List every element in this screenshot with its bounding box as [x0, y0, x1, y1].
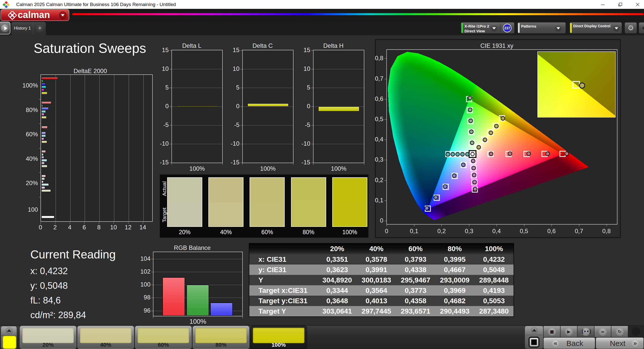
patterns-dropdown-icon: [555, 25, 562, 31]
back-label: Back: [566, 339, 583, 348]
deltaL-y-tick-label: -10: [152, 140, 169, 147]
table-value-cell: 0,3564: [357, 287, 396, 295]
deltae-gridline: [143, 75, 144, 221]
display-control-button[interactable]: Direct Display Control: [569, 22, 622, 34]
cie-x-tick: [469, 225, 469, 226]
pattern-button-20%[interactable]: 20%: [20, 326, 76, 349]
back-button[interactable]: « Back: [543, 337, 595, 349]
table-value-cell: 0,3578: [357, 255, 396, 264]
deltaL-plot-area: [171, 50, 223, 163]
deltaC-y-tick-label: 5: [223, 84, 239, 91]
swatch-60%: [250, 177, 285, 227]
swatch-80%-target: [292, 202, 326, 226]
deltaC-y-tick: [240, 144, 242, 144]
cie-y-tick-label: 0,5: [363, 116, 383, 123]
pattern-scroll-control[interactable]: [1, 326, 17, 349]
rgb-y-tick: [151, 298, 153, 298]
table-value-cell: 0,3773: [396, 287, 435, 295]
pattern-button-80%[interactable]: 80%: [193, 326, 249, 349]
cie-measured-blue-60: [443, 185, 447, 188]
transport-stack-control[interactable]: [525, 326, 543, 349]
deltaH-y-tick: [311, 163, 313, 163]
cie-measured-yellow-80: [495, 124, 498, 128]
header-band: calman: [0, 9, 644, 22]
cie-measured-green-60: [469, 119, 473, 123]
calman-menu-button[interactable]: calman: [1, 9, 69, 21]
table-value-cell: 0,4013: [357, 297, 396, 305]
add-tab-button[interactable]: +: [36, 24, 44, 33]
deltaL-y-tick: [170, 88, 171, 88]
calman-dropdown-icon: [59, 11, 67, 19]
table-value-cell: 293,6571: [396, 307, 435, 315]
pattern-button-40%[interactable]: 40%: [77, 326, 134, 349]
table-value-cell: 0,3344: [318, 287, 357, 295]
deltaL-y-tick: [170, 50, 171, 51]
deltae-bar-60%-0: [41, 126, 48, 128]
cie-measured-green-40: [470, 130, 473, 134]
deltaC-y-tick: [240, 163, 242, 163]
cie-x-tick: [497, 225, 497, 226]
calman-logo-icon: [8, 11, 17, 20]
table-row-label: y: CIE31: [258, 266, 327, 274]
tab-history-1[interactable]: History 1: [14, 22, 31, 35]
rgb-y-tick-label: 100: [135, 281, 150, 288]
transport-loop-button[interactable]: ↻: [611, 326, 628, 337]
maximize-button[interactable]: [614, 0, 626, 9]
swatch-40%-actual: [209, 178, 243, 202]
cie-x-tick-label: 0,3: [459, 228, 479, 235]
cie-x-tick: [579, 225, 579, 226]
deltaL-y-tick-label: -15: [152, 159, 169, 166]
collapse-toolbar-button[interactable]: [639, 22, 644, 34]
table-value-cell: 293,0009: [435, 276, 474, 284]
rgb-y-tick: [151, 272, 153, 272]
table-row-label: Target x:CIE31: [258, 287, 327, 295]
deltae-bar-20%-4: [41, 186, 45, 189]
table-value-cell: 0,3648: [318, 297, 357, 305]
pattern-button-60%[interactable]: 60%: [135, 326, 192, 349]
deltae-y-tick-label: 60%: [13, 131, 38, 138]
cie-y-tick: [385, 180, 386, 181]
swatch-100%: [332, 177, 367, 227]
table-value-cell: 0,4358: [396, 297, 435, 305]
deltae-bar-100%-5: [41, 92, 47, 94]
pattern-button-100%[interactable]: 100%: [250, 326, 307, 349]
cie-measured-yellow-20: [477, 145, 481, 149]
session-play-button[interactable]: [0, 22, 10, 34]
swatch-40%: [208, 177, 243, 227]
deltaL-y-tick-label: 0: [152, 103, 169, 110]
cie-y-tick-label: 0: [363, 217, 383, 224]
table-value-cell: 0,3793: [396, 255, 435, 264]
minimize-button[interactable]: [597, 0, 609, 9]
deltae-bar-20%-0: [41, 175, 46, 177]
cie-x-tick-label: 0,2: [431, 228, 452, 235]
settings-button[interactable]: ⚙: [625, 22, 637, 34]
cie-measured-yellow-100: [501, 117, 505, 120]
transport-infinity-button[interactable]: ∞: [594, 326, 611, 337]
transport-stop-button[interactable]: ■: [543, 326, 560, 337]
current-pattern-color[interactable]: [3, 336, 16, 349]
deltae-y-tick-label: 100%: [13, 82, 38, 89]
meter-selector-button[interactable]: X-Rite i1Pro 2 Direct View 237: [461, 22, 515, 34]
stop-pattern-button[interactable]: [528, 337, 540, 348]
swatch-60%-actual: [250, 178, 284, 202]
swatch-100%-actual: [333, 178, 367, 202]
deltaC-x-tick: [242, 163, 242, 165]
cie-inset-zoom: [537, 51, 616, 118]
transport-play-button[interactable]: ▶: [560, 326, 577, 337]
close-button[interactable]: [632, 0, 643, 9]
swatch-column-label: 60%: [250, 229, 285, 236]
cie-measured-red-100: [565, 152, 569, 156]
deltaC-y-tick-label: 10: [223, 65, 239, 72]
cie-measured-green-100: [468, 96, 472, 100]
cie-x-tick-label: 0,7: [569, 228, 589, 235]
transport-frame-button[interactable]: [••]: [577, 326, 594, 337]
table-value-cell: 300,0183: [357, 276, 396, 284]
meter-count-badge[interactable]: 237: [503, 24, 512, 32]
rgb-balance-plot-area: [153, 252, 243, 316]
next-button[interactable]: Next »: [596, 337, 644, 349]
swatch-80%-actual: [292, 178, 326, 202]
disabled-button-icon: [632, 327, 640, 336]
patterns-button[interactable]: Patterns: [517, 22, 566, 34]
swatch-column-label: 100%: [332, 229, 367, 236]
deltaH-y-tick-label: -15: [294, 159, 310, 166]
